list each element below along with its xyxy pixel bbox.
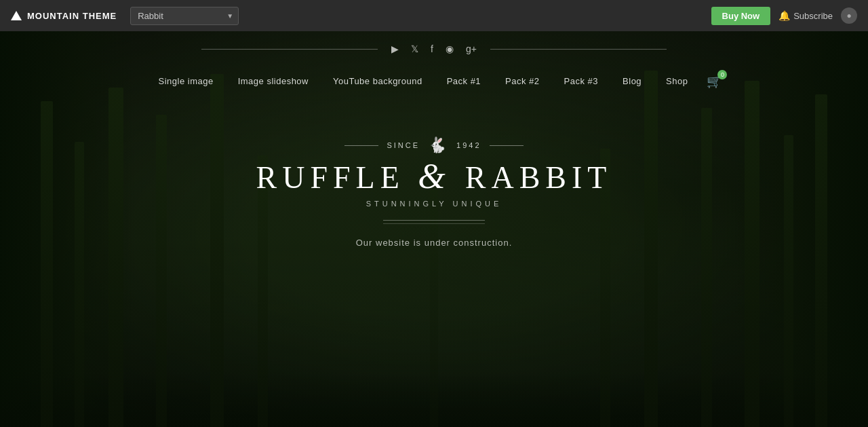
brand-tagline: STUNNINGLY UNIQUE (366, 200, 502, 208)
logo-text: MOUNTAIN THEME (27, 11, 117, 21)
hero-divider-outer (383, 220, 485, 224)
hero-content: SINCE 🐇 1942 RUFFLE & RABBIT STUNNINGLY … (0, 136, 868, 248)
cart-badge: 0 (717, 70, 727, 79)
site-logo: MOUNTAIN THEME (11, 11, 117, 21)
tree-trunk-11 (644, 71, 658, 427)
header-line-left (201, 49, 378, 50)
subscribe-label: Subscribe (793, 11, 833, 21)
header-line-right (490, 49, 667, 50)
brand-name-right: RABBIT (465, 160, 612, 195)
hero-sub-text: Our website is under construction. (356, 238, 513, 248)
nav-blog[interactable]: Blog (610, 71, 654, 92)
tree-trunk-5 (210, 74, 224, 427)
since-label: SINCE (387, 141, 420, 149)
nav-pack-3[interactable]: Pack #3 (552, 71, 610, 92)
hero-divider-bottom (383, 223, 485, 224)
tree-trunk-9 (745, 81, 760, 427)
logo-triangle-icon (11, 11, 22, 20)
nav-pack-2[interactable]: Pack #2 (493, 71, 551, 92)
social-icons: ▶ 𝕏 f ◉ g+ (378, 43, 490, 54)
cart-icon[interactable]: 🛒 0 (707, 74, 722, 89)
facebook-icon[interactable]: f (431, 43, 433, 54)
rabbit-mascot-icon: 🐇 (428, 136, 448, 154)
buy-now-button[interactable]: Buy Now (711, 7, 771, 25)
site-wrapper: ▶ 𝕏 f ◉ g+ Single image Image slideshow … (0, 31, 868, 427)
since-line-right (490, 145, 524, 146)
brand-since: SINCE 🐇 1942 (344, 136, 523, 154)
theme-dropdown[interactable]: Rabbit (130, 7, 239, 25)
nav-youtube-background[interactable]: YouTube background (321, 71, 435, 92)
dribbble-icon[interactable]: ◉ (446, 43, 454, 54)
brand-name-left: RUFFLE (256, 160, 405, 195)
site-header: ▶ 𝕏 f ◉ g+ (0, 31, 868, 67)
site-navigation: Single image Image slideshow YouTube bac… (0, 67, 868, 96)
nav-pack-1[interactable]: Pack #1 (435, 71, 493, 92)
subscribe-button[interactable]: 🔔 Subscribe (778, 10, 833, 21)
nav-image-slideshow[interactable]: Image slideshow (226, 71, 321, 92)
admin-bar-right: Buy Now 🔔 Subscribe ● (711, 7, 857, 25)
theme-dropdown-wrapper[interactable]: Rabbit ▼ (117, 7, 239, 25)
nav-single-image[interactable]: Single image (146, 71, 226, 92)
bell-icon: 🔔 (778, 10, 790, 21)
user-icon: ● (846, 11, 851, 20)
user-avatar[interactable]: ● (841, 7, 857, 24)
since-year: 1942 (456, 141, 481, 149)
googleplus-icon[interactable]: g+ (466, 43, 477, 54)
brand-ampersand: & (418, 157, 465, 196)
youtube-icon[interactable]: ▶ (391, 43, 399, 54)
brand-name: RUFFLE & RABBIT (256, 157, 612, 196)
admin-bar: MOUNTAIN THEME Rabbit ▼ Buy Now 🔔 Subscr… (0, 0, 868, 31)
since-line-left (344, 145, 378, 146)
nav-shop[interactable]: Shop (654, 71, 700, 92)
twitter-icon[interactable]: 𝕏 (411, 43, 418, 54)
